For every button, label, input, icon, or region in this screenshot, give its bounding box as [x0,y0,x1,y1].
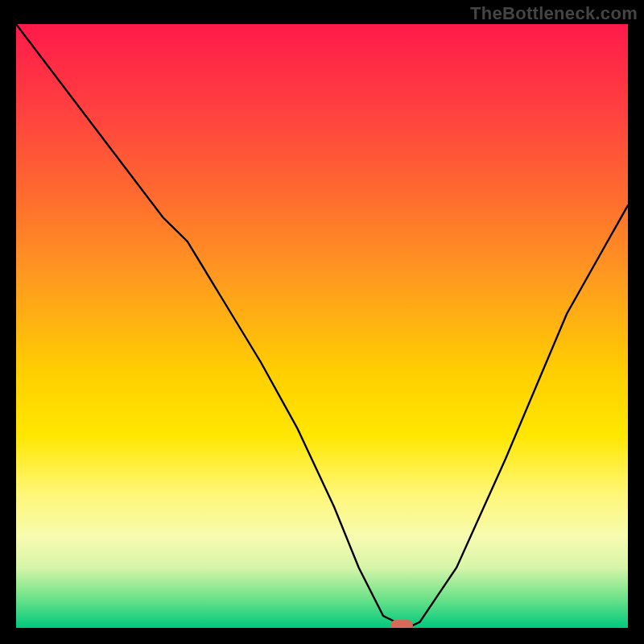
watermark-text: TheBottleneck.com [470,3,638,24]
plot-area [16,24,628,628]
bottleneck-curve [16,24,628,628]
optimal-marker [390,620,413,628]
chart-frame: TheBottleneck.com [0,0,644,644]
